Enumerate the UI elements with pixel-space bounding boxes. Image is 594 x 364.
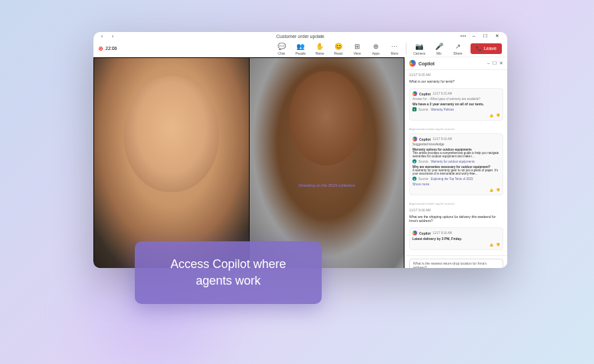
- record-icon: [99, 47, 103, 51]
- hand-icon: ✋: [315, 41, 324, 51]
- copilot-response-card: Copilot 11/17 9:16 AM Latest delivery by…: [409, 227, 503, 250]
- mic-icon: 🎤: [434, 41, 444, 51]
- copilot-icon: [409, 60, 416, 67]
- source-link[interactable]: Warranty Policies: [431, 108, 455, 111]
- user-question: What is our warranty for tents?: [409, 79, 503, 83]
- app-window: ‹ › Customer order update – ☐ ✕ 22:06 💬C…: [93, 32, 507, 268]
- live-caption: Checking on the 2023 collection: [298, 183, 355, 187]
- copilot-response-card: Copilot 11/17 9:15 AM Answer for – What …: [409, 88, 503, 121]
- thumbs-down-button[interactable]: 👎: [496, 113, 500, 117]
- video-tile-1[interactable]: Irma Leal: [94, 58, 249, 268]
- copilot-icon: [412, 91, 417, 96]
- source-icon: K: [412, 107, 416, 111]
- user-question: What are the shipping options for delive…: [409, 215, 503, 223]
- share-icon: ↗: [453, 41, 463, 51]
- source-link[interactable]: Exploring the Top Tents of 2023: [431, 177, 473, 181]
- copilot-input[interactable]: What is the nearest return-drop location…: [409, 259, 503, 268]
- leave-button[interactable]: 📞Leave: [471, 43, 502, 54]
- recording-timer: 22:06: [99, 46, 117, 51]
- thumbs-down-button[interactable]: 👎: [496, 188, 500, 192]
- source-icon: ●: [412, 177, 416, 181]
- panel-maximize-button[interactable]: ☐: [493, 61, 497, 66]
- raise-button[interactable]: ✋Raise: [311, 40, 328, 57]
- answer-text: Latest delivery by 3 PM, Friday.: [412, 237, 500, 241]
- panel-minimize-button[interactable]: –: [487, 61, 490, 66]
- apps-icon: ⊕: [371, 41, 380, 51]
- view-icon: ⊞: [352, 41, 362, 51]
- video-tile-2[interactable]: Checking on the 2023 collection: [250, 58, 404, 268]
- minimize-button[interactable]: –: [470, 32, 478, 40]
- copilot-panel: Copilot – ☐ ✕ 11/17 9:15 AM What is our …: [404, 57, 507, 268]
- source-icon: ●: [412, 159, 416, 163]
- suggestions-card: Copilot 11/17 9:16 AM Suggested knowledg…: [409, 133, 503, 195]
- thumbs-up-button[interactable]: 👍: [489, 188, 493, 192]
- promo-overlay: Access Copilot where agents work: [135, 241, 322, 304]
- meeting-toolbar: 22:06 💬Chat 👥People ✋Raise 😊React ⊞View …: [93, 40, 507, 57]
- camera-icon: 📷: [414, 41, 424, 51]
- chat-button[interactable]: 💬Chat: [273, 40, 290, 57]
- overlay-line1: Access Copilot where: [147, 256, 310, 273]
- thumbs-up-button[interactable]: 👍: [489, 113, 493, 117]
- apps-button[interactable]: ⊕Apps: [367, 40, 384, 57]
- video-grid: Irma Leal Checking on the 2023 collectio…: [93, 57, 404, 268]
- back-icon[interactable]: ‹: [99, 33, 105, 39]
- maximize-button[interactable]: ☐: [481, 32, 490, 40]
- mic-button[interactable]: 🎤Mic: [430, 40, 448, 57]
- forward-icon[interactable]: ›: [109, 33, 116, 39]
- more-button[interactable]: ⋯More: [386, 40, 403, 57]
- close-button[interactable]: ✕: [493, 32, 502, 40]
- answer-text: We have a 2 year warranty on all of our …: [412, 102, 500, 106]
- react-button[interactable]: 😊React: [330, 40, 347, 57]
- more-icon[interactable]: [461, 35, 466, 37]
- timestamp: 11/17 9:16 AM: [409, 208, 503, 212]
- emoji-icon: 😊: [334, 41, 343, 51]
- chat-icon: 💬: [277, 41, 286, 51]
- timer-text: 22:06: [105, 46, 117, 51]
- leave-icon: 📞: [476, 46, 482, 51]
- ai-disclaimer: AI-generated content may be incorrect: [409, 202, 503, 205]
- ellipsis-icon: ⋯: [390, 41, 399, 51]
- people-button[interactable]: 👥People: [292, 40, 310, 57]
- window-title: Customer order update: [276, 34, 324, 39]
- people-icon: 👥: [296, 41, 305, 51]
- source-link[interactable]: Warranty for outdoor equipments: [431, 160, 475, 163]
- timestamp: 11/17 9:15 AM: [409, 73, 503, 77]
- titlebar: ‹ › Customer order update – ☐ ✕: [93, 32, 507, 40]
- copilot-title: Copilot: [418, 61, 434, 66]
- show-more-link[interactable]: Show more: [412, 182, 500, 186]
- overlay-line2: agents work: [147, 273, 310, 289]
- view-button[interactable]: ⊞View: [348, 40, 366, 57]
- panel-close-button[interactable]: ✕: [499, 61, 503, 66]
- content-area: Irma Leal Checking on the 2023 collectio…: [93, 57, 507, 268]
- ai-disclaimer: AI-generated content may be incorrect: [409, 127, 503, 131]
- camera-button[interactable]: 📷Camera: [409, 40, 429, 57]
- share-button[interactable]: ↗Share: [449, 40, 467, 57]
- copilot-icon: [412, 231, 417, 235]
- thumbs-down-button[interactable]: 👎: [496, 243, 500, 247]
- copilot-icon: [412, 137, 417, 141]
- thumbs-up-button[interactable]: 👍: [489, 243, 493, 247]
